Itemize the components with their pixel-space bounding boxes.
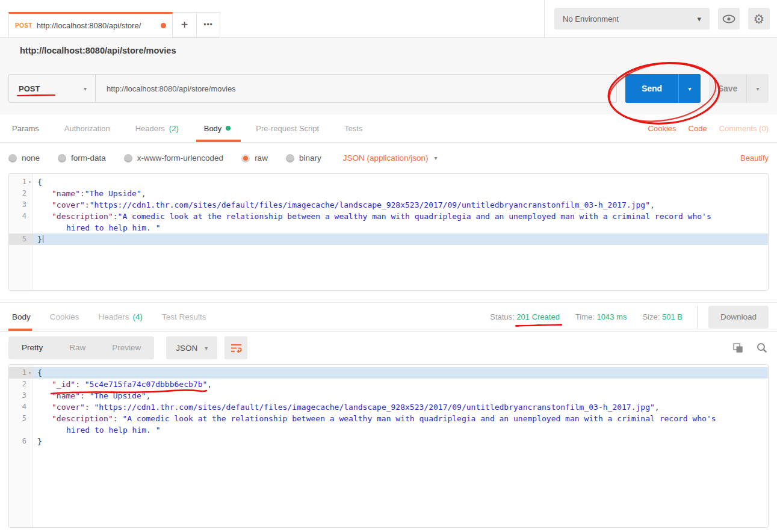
ellipsis-icon: ••• — [203, 20, 213, 29]
radio-form-data[interactable]: form-data — [58, 153, 106, 162]
response-tab-cookies[interactable]: Cookies — [40, 303, 89, 331]
code-line: 4"description":"A comedic look at the re… — [9, 211, 768, 222]
code-line: hired to help him. " — [9, 222, 768, 234]
chevron-down-icon: ▾ — [697, 14, 701, 23]
unsaved-dot-icon — [161, 23, 166, 28]
code-line: 3"name": "The Upside", — [9, 390, 768, 401]
code-line: 3"cover":"https://cdn1.thr.com/sites/def… — [9, 199, 768, 211]
chevron-down-icon: ▾ — [688, 85, 691, 92]
download-button[interactable]: Download — [708, 306, 769, 329]
method-select[interactable]: POST ▾ — [8, 74, 96, 103]
red-underline-annotation — [17, 94, 55, 97]
headers-count-badge: (2) — [169, 124, 179, 133]
comments-link[interactable]: Comments (0) — [719, 124, 769, 133]
response-body-editor[interactable]: 1▾{2"_id": "5c4e715fa74c07dbbb6ecb7b",3"… — [8, 364, 769, 528]
response-tab-headers[interactable]: Headers(4) — [89, 303, 153, 331]
request-links: Cookies Code Comments (0) — [648, 114, 769, 142]
tab-params[interactable]: Params — [8, 114, 52, 142]
environment-select[interactable]: No Environment ▾ — [554, 8, 710, 29]
time-badge: Time: 1043 ms — [575, 312, 627, 321]
tab-body[interactable]: Body — [191, 114, 244, 142]
send-button-group: Send ▾ — [625, 74, 701, 103]
search-button[interactable] — [757, 342, 767, 353]
radio-icon — [124, 154, 132, 162]
request-body-editor[interactable]: 1▾{2"name":"The Upside",3"cover":"https:… — [8, 173, 769, 291]
copy-button[interactable] — [733, 343, 743, 353]
code-line: 2"name":"The Upside", — [9, 188, 768, 199]
plus-icon: + — [181, 18, 188, 32]
fold-caret-icon[interactable]: ▾ — [26, 367, 33, 379]
tab-url-label: http://localhost:8080/api/store/ — [37, 21, 156, 30]
view-pretty[interactable]: Pretty — [8, 336, 56, 359]
radio-selected-icon — [241, 154, 250, 162]
tab-authorization[interactable]: Authorization — [52, 114, 123, 142]
request-builder: POST ▾ Send ▾ Save ▾ — [0, 63, 777, 114]
environment-quicklook-button[interactable] — [718, 8, 740, 29]
app-header: POST http://localhost:8080/api/store/ + … — [0, 0, 777, 37]
chevron-down-icon: ▾ — [756, 85, 759, 92]
response-status-group: Status: 201 Created Time: 1043 ms Size: … — [474, 303, 769, 331]
view-raw[interactable]: Raw — [56, 336, 99, 359]
search-icon — [757, 342, 767, 353]
code-line: 1▾{ — [9, 367, 768, 379]
status-value: 201 Created — [516, 312, 560, 321]
response-tab-test-results[interactable]: Test Results — [152, 303, 216, 331]
view-preview[interactable]: Preview — [99, 336, 154, 359]
send-options-button[interactable]: ▾ — [678, 74, 701, 103]
eye-icon — [722, 14, 735, 23]
code-line: 4"cover": "https://cdn1.thr.com/sites/de… — [9, 401, 768, 413]
radio-icon — [8, 154, 17, 162]
tab-menu-button[interactable]: ••• — [196, 13, 220, 37]
code-line: 5} — [9, 234, 768, 245]
chevron-down-icon: ▾ — [434, 155, 437, 161]
request-tabs: Params Authorization Headers(2) Body Pre… — [0, 114, 777, 143]
code-line: hired to help him. " — [9, 424, 768, 436]
fold-caret-icon[interactable]: ▾ — [26, 176, 33, 188]
code-link[interactable]: Code — [689, 124, 707, 133]
body-set-dot-icon — [226, 126, 231, 131]
save-button-group: Save ▾ — [709, 74, 769, 103]
text-cursor — [43, 235, 44, 243]
response-toolbar: Pretty Raw Preview JSON ▾ — [0, 332, 777, 364]
method-label: POST — [19, 84, 40, 93]
radio-none[interactable]: none — [8, 153, 40, 162]
request-title: http://localhost:8080/api/store/movies — [20, 46, 176, 55]
radio-raw[interactable]: raw — [241, 153, 268, 162]
code-line: 2"_id": "5c4e715fa74c07dbbb6ecb7b", — [9, 379, 768, 390]
tab-pre-request-script[interactable]: Pre-request Script — [243, 114, 332, 142]
request-tab[interactable]: POST http://localhost:8080/api/store/ — [8, 12, 173, 37]
copy-icon — [733, 343, 743, 353]
wrap-text-button[interactable] — [224, 336, 247, 359]
tab-tests[interactable]: Tests — [332, 114, 375, 142]
response-meta-row: Body Cookies Headers(4) Test Results Sta… — [0, 303, 777, 332]
url-input[interactable] — [96, 74, 617, 103]
size-value: 501 B — [662, 312, 683, 321]
new-tab-button[interactable]: + — [173, 13, 196, 37]
status-badge: Status: 201 Created — [490, 312, 560, 321]
radio-icon — [286, 154, 294, 162]
send-button[interactable]: Send — [625, 74, 678, 103]
response-view-switch: Pretty Raw Preview — [8, 336, 154, 359]
wrap-text-icon — [231, 344, 242, 353]
response-language-select[interactable]: JSON ▾ — [166, 336, 217, 359]
radio-binary[interactable]: binary — [286, 153, 321, 162]
beautify-link[interactable]: Beautify — [740, 153, 769, 162]
response-section: Body Cookies Headers(4) Test Results Sta… — [0, 302, 777, 528]
cookies-link[interactable]: Cookies — [648, 124, 676, 133]
response-tab-body[interactable]: Body — [8, 303, 40, 331]
chevron-down-icon: ▾ — [205, 345, 208, 351]
radio-x-www-form-urlencoded[interactable]: x-www-form-urlencoded — [124, 153, 223, 162]
tab-actions: + ••• — [173, 12, 220, 37]
save-button[interactable]: Save — [709, 74, 746, 103]
settings-button[interactable]: ⚙ — [748, 8, 770, 29]
request-title-row: http://localhost:8080/api/store/movies — [0, 37, 777, 63]
tab-headers[interactable]: Headers(2) — [123, 114, 191, 142]
code-line: 1▾{ — [9, 176, 768, 188]
save-options-button[interactable]: ▾ — [746, 74, 769, 103]
tab-strip: POST http://localhost:8080/api/store/ + … — [0, 0, 220, 37]
chevron-down-icon: ▾ — [84, 85, 87, 92]
environment-label: No Environment — [563, 14, 619, 23]
content-type-select[interactable]: JSON (application/json) ▾ — [343, 153, 438, 162]
code-line: 5"description": "A comedic look at the r… — [9, 413, 768, 424]
radio-icon — [58, 154, 66, 162]
